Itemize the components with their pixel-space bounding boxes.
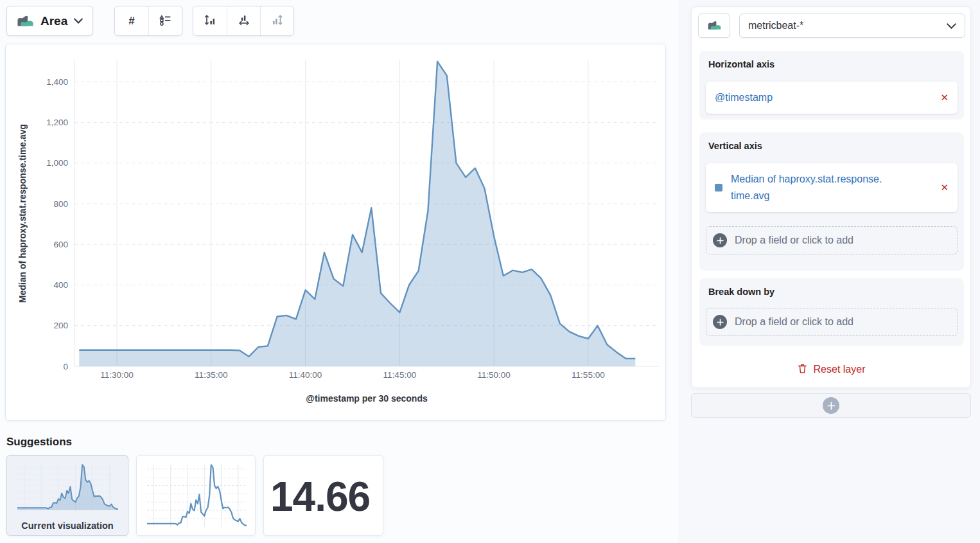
- lens-editor: Area #: [0, 0, 980, 543]
- reset-layer-button[interactable]: Reset layer: [692, 359, 970, 380]
- suggestion-metric-value: 14.66: [267, 465, 383, 529]
- svg-text:11:40:00: 11:40:00: [289, 370, 322, 380]
- suggestion-line-thumbnail: [144, 461, 249, 530]
- area-chart-icon: [17, 13, 34, 29]
- svg-text:800: 800: [53, 199, 68, 209]
- main-area-chart: 11:30:0011:35:0011:40:0011:45:0011:50:00…: [6, 44, 665, 420]
- svg-text:11:50:00: 11:50:00: [477, 370, 511, 380]
- suggestion-current-label: Current visualization: [7, 521, 128, 531]
- horizontal-axis-label: Horizontal axis: [708, 59, 774, 69]
- svg-text:11:45:00: 11:45:00: [383, 370, 417, 380]
- suggestion-current-visualization[interactable]: Current visualization: [6, 455, 128, 536]
- add-layer-plus-icon: [823, 397, 839, 414]
- bottom-axis-button[interactable]: [227, 6, 260, 35]
- svg-text:11:30:00: 11:30:00: [100, 370, 134, 380]
- chart-type-label: Area: [40, 14, 67, 28]
- left-axis-button[interactable]: [193, 6, 227, 35]
- right-axis-button-disabled[interactable]: [260, 6, 293, 35]
- legend-settings-button[interactable]: [148, 6, 182, 35]
- svg-text:400: 400: [53, 280, 68, 290]
- add-layer-button[interactable]: [691, 393, 971, 418]
- vertical-axis-label: Vertical axis: [708, 141, 762, 151]
- suggestions-heading: Suggestions: [6, 436, 72, 449]
- svg-text:11:35:00: 11:35:00: [195, 370, 228, 380]
- workspace-region: Area #: [0, 0, 678, 543]
- svg-text:@timestamp per 30 seconds: @timestamp per 30 seconds: [306, 393, 428, 404]
- plus-circle-icon: [713, 315, 727, 329]
- dimension-field-label: @timestamp: [715, 89, 934, 106]
- values-labels-button[interactable]: #: [115, 6, 148, 35]
- svg-text:200: 200: [53, 321, 68, 330]
- breakdown-dropzone[interactable]: Drop a field or click to add: [706, 308, 958, 336]
- svg-text:0: 0: [63, 362, 68, 371]
- horizontal-axis-section: Horizontal axis @timestamp ✕: [699, 51, 964, 120]
- dimension-field-label: Median of haproxy.stat.response. time.av…: [731, 171, 934, 204]
- layer-config-region: metricbeat-* Horizontal axis @timestamp …: [678, 0, 980, 543]
- index-pattern-value: metricbeat-*: [748, 20, 803, 31]
- svg-text:600: 600: [53, 240, 68, 249]
- trash-icon: [797, 363, 808, 377]
- reset-layer-label: Reset layer: [814, 364, 866, 375]
- remove-dimension-icon[interactable]: ✕: [934, 92, 949, 103]
- suggestion-metric[interactable]: 14.66: [263, 455, 383, 536]
- svg-text:1,400: 1,400: [46, 77, 68, 87]
- chevron-down-icon: [947, 20, 956, 31]
- vertical-axis-icon: [204, 13, 216, 28]
- suggestion-area-thumbnail: [14, 461, 121, 513]
- index-pattern-select[interactable]: metricbeat-*: [739, 13, 965, 38]
- legend-list-icon: [159, 14, 171, 28]
- horizontal-axis-icon: [238, 13, 250, 28]
- vertical-axis-dimension[interactable]: Median of haproxy.stat.response. time.av…: [706, 163, 958, 212]
- area-chart-icon: [707, 19, 722, 32]
- svg-text:1,200: 1,200: [46, 118, 68, 127]
- plus-circle-icon: [713, 233, 727, 247]
- breakdown-section: Break down by Drop a field or click to a…: [699, 278, 964, 346]
- svg-text:Median of haproxy.stat.respons: Median of haproxy.stat.response.time.avg: [17, 124, 28, 303]
- suggestion-line-chart[interactable]: [136, 455, 256, 536]
- hash-icon: #: [128, 15, 134, 28]
- right-axis-icon: [271, 13, 284, 28]
- axis-settings-group: [193, 6, 294, 36]
- layer-chart-type-button[interactable]: [698, 13, 730, 38]
- remove-dimension-icon[interactable]: ✕: [934, 182, 949, 193]
- label-settings-group: #: [114, 6, 182, 36]
- breakdown-label: Break down by: [708, 287, 774, 297]
- vertical-axis-dropzone[interactable]: Drop a field or click to add: [706, 226, 958, 254]
- chart-type-selector[interactable]: Area: [6, 6, 93, 36]
- svg-text:11:55:00: 11:55:00: [572, 370, 605, 380]
- vertical-axis-section: Vertical axis Median of haproxy.stat.res…: [699, 132, 964, 271]
- horizontal-axis-dimension[interactable]: @timestamp ✕: [706, 82, 958, 114]
- layer-config-card: metricbeat-* Horizontal axis @timestamp …: [691, 6, 971, 388]
- svg-text:1,000: 1,000: [46, 158, 68, 168]
- dropzone-label: Drop a field or click to add: [735, 316, 853, 328]
- visualization-panel[interactable]: 11:30:0011:35:0011:40:0011:45:0011:50:00…: [5, 44, 666, 421]
- dropzone-label: Drop a field or click to add: [735, 235, 853, 246]
- series-color-swatch: [715, 184, 722, 191]
- chevron-down-icon: [74, 16, 83, 26]
